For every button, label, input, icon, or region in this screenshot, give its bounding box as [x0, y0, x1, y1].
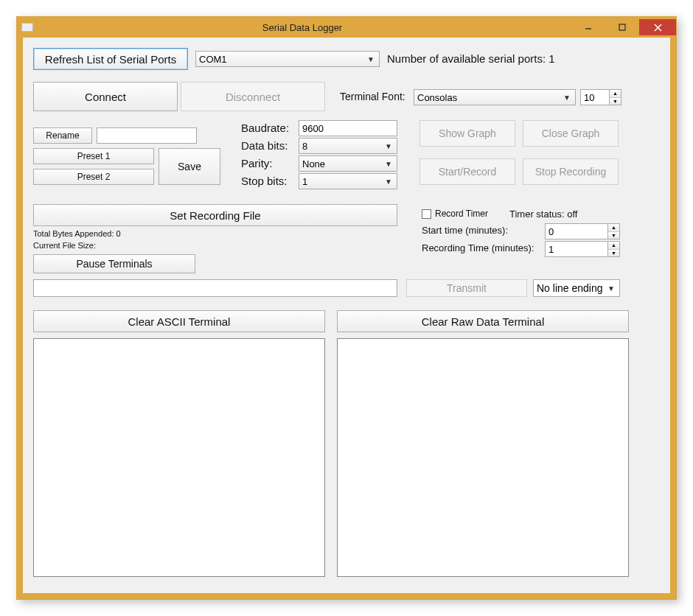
spin-up-icon[interactable]: ▲ — [610, 90, 621, 98]
close-icon — [654, 24, 662, 32]
rename-input[interactable] — [97, 127, 197, 144]
terminal-font-select[interactable]: Consolas ▼ — [414, 89, 576, 105]
timer-status-label: Timer status: off — [509, 209, 577, 220]
close-button[interactable] — [639, 19, 676, 35]
spin-up-icon[interactable]: ▲ — [608, 242, 619, 250]
spin-down-icon[interactable]: ▼ — [608, 250, 619, 257]
baudrate-input[interactable] — [299, 120, 397, 136]
minimize-icon — [585, 24, 592, 31]
recording-time-label: Recording Time (minutes): — [422, 242, 534, 253]
transmit-input[interactable] — [33, 279, 397, 297]
parity-select[interactable]: None ▼ — [299, 155, 397, 172]
record-timer-label: Record Timer — [435, 209, 488, 219]
start-time-input[interactable] — [546, 225, 607, 239]
client-area: Refresh List of Serial Ports COM1 ▼ Numb… — [23, 38, 670, 593]
recording-time-spinner[interactable]: ▲▼ — [545, 241, 620, 257]
available-ports-label: Number of available serial ports: 1 — [387, 52, 555, 65]
window-frame: Serial Data Logger Refresh List of Seria… — [16, 16, 677, 600]
app-icon — [21, 23, 33, 32]
databits-value: 8 — [302, 141, 307, 152]
stopbits-value: 1 — [302, 176, 307, 187]
line-ending-value: No line ending — [537, 282, 603, 294]
serial-port-value: COM1 — [199, 54, 227, 65]
save-button[interactable]: Save — [159, 148, 220, 185]
start-time-label: Start time (minutes): — [422, 225, 508, 236]
start-time-spinner[interactable]: ▲▼ — [545, 223, 620, 239]
clear-raw-terminal-button[interactable]: Clear Raw Data Terminal — [337, 310, 629, 332]
chevron-down-icon: ▼ — [367, 55, 375, 63]
parity-label: Parity: — [241, 157, 273, 169]
databits-select[interactable]: 8 ▼ — [299, 138, 397, 154]
minimize-button[interactable] — [571, 19, 605, 35]
preset2-button[interactable]: Preset 2 — [33, 169, 154, 185]
recording-time-input[interactable] — [546, 242, 607, 256]
preset1-button[interactable]: Preset 1 — [33, 148, 154, 164]
serial-port-select[interactable]: COM1 ▼ — [195, 51, 380, 67]
refresh-ports-button[interactable]: Refresh List of Serial Ports — [33, 48, 188, 70]
svg-rect-1 — [619, 24, 625, 30]
spin-down-icon[interactable]: ▼ — [608, 232, 619, 239]
connect-button[interactable]: Connect — [33, 82, 178, 111]
chevron-down-icon: ▼ — [385, 160, 392, 168]
spin-down-icon[interactable]: ▼ — [610, 98, 621, 105]
stopbits-select[interactable]: 1 ▼ — [299, 173, 397, 189]
show-graph-button[interactable]: Show Graph — [419, 120, 515, 147]
terminal-font-size-spinner[interactable]: ▲▼ — [580, 89, 621, 105]
current-file-size-label: Current File Size: — [33, 241, 96, 250]
stop-recording-button[interactable]: Stop Recording — [523, 158, 619, 185]
window-controls — [571, 19, 676, 35]
pause-terminals-button[interactable]: Pause Terminals — [33, 254, 195, 273]
parity-value: None — [302, 158, 325, 169]
disconnect-button[interactable]: Disconnect — [181, 82, 325, 111]
rename-button[interactable]: Rename — [33, 127, 92, 144]
checkbox-box-icon — [422, 209, 431, 219]
baudrate-label: Baudrate: — [241, 122, 289, 134]
titlebar: Serial Data Logger — [17, 17, 676, 38]
databits-label: Data bits: — [241, 139, 288, 152]
record-timer-checkbox[interactable]: Record Timer — [422, 209, 488, 219]
chevron-down-icon: ▼ — [385, 178, 392, 186]
maximize-button[interactable] — [605, 19, 639, 35]
start-record-button[interactable]: Start/Record — [419, 158, 515, 185]
ascii-terminal[interactable] — [33, 338, 325, 577]
close-graph-button[interactable]: Close Graph — [523, 120, 619, 147]
terminal-font-label: Terminal Font: — [340, 91, 405, 102]
set-recording-file-button[interactable]: Set Recording File — [33, 204, 397, 226]
total-bytes-label: Total Bytes Appended: 0 — [33, 229, 121, 238]
stopbits-label: Stop bits: — [241, 175, 288, 187]
clear-ascii-terminal-button[interactable]: Clear ASCII Terminal — [33, 310, 325, 332]
chevron-down-icon: ▼ — [607, 284, 615, 293]
transmit-button[interactable]: Transmit — [406, 279, 527, 297]
line-ending-select[interactable]: No line ending ▼ — [533, 279, 620, 297]
chevron-down-icon: ▼ — [563, 94, 571, 102]
chevron-down-icon: ▼ — [385, 142, 392, 150]
terminal-font-size-input[interactable] — [581, 91, 609, 105]
spin-up-icon[interactable]: ▲ — [608, 224, 619, 232]
terminal-font-value: Consolas — [417, 92, 457, 103]
app-title: Serial Data Logger — [33, 22, 571, 33]
maximize-icon — [619, 24, 626, 31]
main-panel: Refresh List of Serial Ports COM1 ▼ Numb… — [33, 48, 660, 583]
raw-terminal[interactable] — [337, 338, 629, 577]
